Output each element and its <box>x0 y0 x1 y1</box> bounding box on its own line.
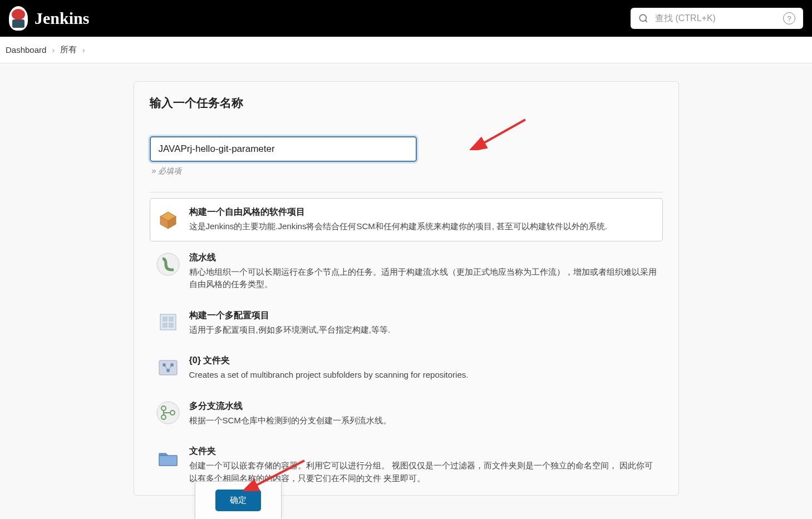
item-type-title: {0} 文件夹 <box>189 355 657 367</box>
svg-point-0 <box>639 14 646 21</box>
jenkins-logo-icon <box>9 6 28 31</box>
svg-rect-5 <box>163 317 168 322</box>
logo-area[interactable]: Jenkins <box>9 6 89 31</box>
item-type-org-folder[interactable]: {0} 文件夹 Creates a set of multibranch pro… <box>150 347 663 390</box>
search-input[interactable] <box>655 13 776 23</box>
svg-rect-9 <box>159 360 177 375</box>
item-type-freestyle[interactable]: 构建一个自由风格的软件项目 这是Jenkins的主要功能.Jenkins将会结合… <box>150 198 663 241</box>
item-name-input[interactable] <box>150 136 417 162</box>
item-type-title: 构建一个自由风格的软件项目 <box>189 206 657 218</box>
freestyle-icon <box>156 206 180 231</box>
header: Jenkins ? <box>0 0 812 37</box>
new-item-card: 输入一个任务名称 » 必填项 <box>134 81 679 496</box>
folder-icon <box>156 446 180 470</box>
svg-point-3 <box>157 253 179 275</box>
item-type-multibranch[interactable]: 多分支流水线 根据一个SCM仓库中检测到的分支创建一系列流水线。 <box>150 392 663 436</box>
item-type-title: 流水线 <box>189 252 657 264</box>
item-type-desc: 根据一个SCM仓库中检测到的分支创建一系列流水线。 <box>189 414 657 427</box>
name-input-wrap <box>150 136 663 162</box>
chevron-right-icon: › <box>82 46 85 55</box>
item-type-desc: Creates a set of multibranch project sub… <box>189 369 657 382</box>
ok-button[interactable]: 确定 <box>215 490 261 496</box>
svg-rect-6 <box>169 317 174 322</box>
svg-line-2 <box>481 120 525 145</box>
breadcrumb: Dashboard › 所有 › <box>0 37 812 63</box>
main-container: 输入一个任务名称 » 必填项 <box>122 81 690 496</box>
item-type-desc: 这是Jenkins的主要功能.Jenkins将会结合任何SCM和任何构建系统来构… <box>189 220 657 233</box>
search-box[interactable]: ? <box>631 8 803 29</box>
item-type-multiconfig[interactable]: 构建一个多配置项目 适用于多配置项目,例如多环境测试,平台指定构建,等等. <box>150 301 663 345</box>
search-icon <box>638 13 648 23</box>
form-title: 输入一个任务名称 <box>150 95 663 111</box>
svg-rect-7 <box>163 323 168 328</box>
required-hint: » 必填项 <box>152 166 663 176</box>
item-type-desc: 适用于多配置项目,例如多环境测试,平台指定构建,等等. <box>189 324 657 337</box>
annotation-arrow-icon <box>470 117 531 150</box>
org-folder-icon <box>156 355 180 379</box>
item-type-title: 多分支流水线 <box>189 401 657 412</box>
item-type-desc: 精心地组织一个可以长期运行在多个节点上的任务。适用于构建流水线（更加正式地应当称… <box>189 266 657 291</box>
svg-line-1 <box>645 20 647 22</box>
item-types-list: 构建一个自由风格的软件项目 这是Jenkins的主要功能.Jenkins将会结合… <box>150 192 663 493</box>
footer-bar: 确定 <box>195 481 282 496</box>
logo-text: Jenkins <box>35 9 89 28</box>
item-type-pipeline[interactable]: 流水线 精心地组织一个可以长期运行在多个节点上的任务。适用于构建流水线（更加正式… <box>150 244 663 299</box>
item-type-title: 构建一个多配置项目 <box>189 310 657 322</box>
item-type-title: 文件夹 <box>189 446 657 457</box>
pipeline-icon <box>156 252 180 276</box>
svg-rect-8 <box>169 323 174 328</box>
breadcrumb-item-dashboard[interactable]: Dashboard <box>6 45 46 55</box>
breadcrumb-item-all[interactable]: 所有 <box>60 45 77 55</box>
multibranch-icon <box>156 401 180 425</box>
multiconfig-icon <box>156 310 180 334</box>
chevron-right-icon: › <box>52 46 55 55</box>
help-icon[interactable]: ? <box>783 12 795 24</box>
